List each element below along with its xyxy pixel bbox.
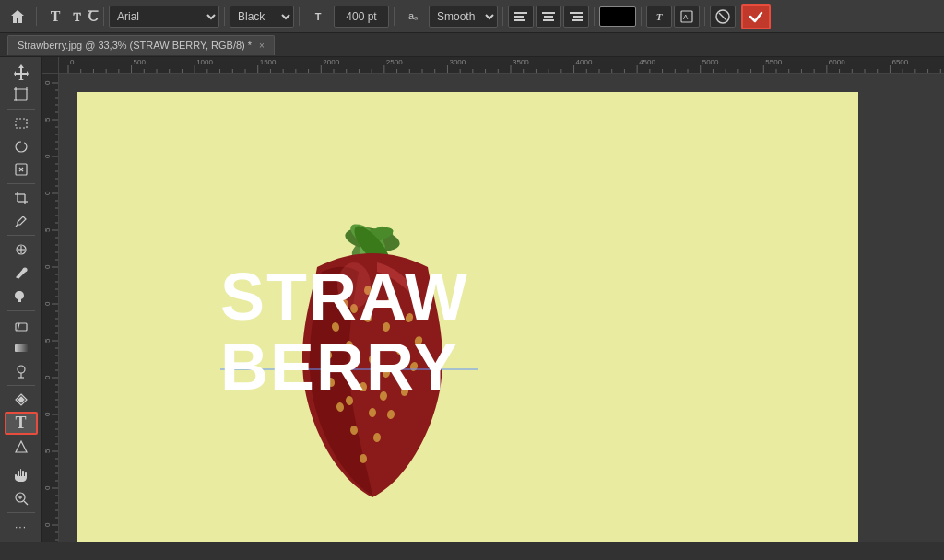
- warp-text-btn[interactable]: T: [646, 6, 672, 28]
- svg-rect-4: [542, 12, 555, 14]
- pen-tool[interactable]: [5, 389, 38, 411]
- dodge-tool[interactable]: [5, 360, 38, 382]
- tab-close-btn[interactable]: ×: [259, 41, 265, 51]
- separator-7: [594, 7, 595, 26]
- more-tools-btn[interactable]: ···: [5, 516, 38, 538]
- svg-rect-6: [543, 19, 554, 21]
- status-bar: [0, 542, 944, 560]
- tool-separator-2: [7, 183, 35, 184]
- font-family-select[interactable]: Arial: [109, 6, 219, 28]
- rectangular-marquee-tool[interactable]: [5, 112, 38, 134]
- svg-rect-1: [514, 12, 527, 14]
- svg-rect-35: [15, 344, 28, 352]
- svg-marker-14: [14, 64, 29, 80]
- gradient-tool[interactable]: [5, 337, 38, 359]
- svg-point-59: [360, 454, 367, 463]
- tool-separator-1: [7, 109, 35, 110]
- align-center-btn[interactable]: [536, 6, 561, 28]
- text-line-2: BERRY: [220, 332, 469, 402]
- artboard-tool[interactable]: [5, 84, 38, 106]
- lasso-tool[interactable]: [5, 135, 38, 158]
- separator-4: [299, 7, 300, 26]
- svg-line-41: [24, 501, 28, 505]
- svg-rect-20: [16, 119, 27, 128]
- main-area: T ···: [0, 57, 944, 542]
- svg-rect-7: [570, 12, 583, 14]
- svg-line-13: [719, 13, 726, 20]
- svg-point-32: [23, 268, 27, 272]
- separator-8: [641, 7, 642, 26]
- tool-separator-7: [7, 512, 35, 513]
- brush-tool[interactable]: [5, 262, 38, 284]
- left-toolbar: T ···: [0, 57, 42, 542]
- tool-separator-4: [7, 310, 35, 311]
- hand-tool[interactable]: [5, 464, 38, 486]
- align-right-btn[interactable]: [563, 6, 589, 28]
- canvas-document: STRAW BERRY: [59, 74, 944, 542]
- separator-1: [36, 7, 37, 26]
- text-line-1: STRAW: [220, 262, 469, 332]
- font-size-icon: T: [304, 3, 332, 30]
- tab-label: Strawberry.jpg @ 33,3% (STRAW BERRY, RGB…: [18, 40, 252, 51]
- document-canvas[interactable]: STRAW BERRY: [77, 92, 858, 542]
- svg-line-34: [18, 323, 19, 331]
- svg-text:𝐓: 𝐓: [73, 10, 81, 24]
- tool-separator-5: [7, 385, 35, 386]
- separator-2: [103, 7, 104, 26]
- eraser-tool[interactable]: [5, 313, 38, 335]
- align-left-btn[interactable]: [508, 6, 534, 28]
- aa-label: aₐ: [399, 3, 427, 30]
- healing-brush-tool[interactable]: [5, 239, 38, 261]
- move-tool[interactable]: [5, 61, 38, 83]
- top-toolbar: T 𝐓 Ꞇ Arial Black T aₐ Smooth T: [0, 0, 944, 33]
- separator-5: [394, 7, 395, 26]
- zoom-tool[interactable]: [5, 487, 38, 509]
- type-tool[interactable]: T: [5, 412, 38, 435]
- svg-rect-5: [544, 16, 553, 18]
- canvas-text[interactable]: STRAW BERRY: [220, 262, 469, 402]
- tool-separator-6: [7, 461, 35, 461]
- svg-text:A: A: [683, 13, 689, 21]
- cancel-btn[interactable]: [710, 6, 736, 28]
- separator-6: [502, 7, 503, 26]
- ruler-horizontal: [59, 57, 944, 74]
- object-selection-tool[interactable]: [5, 158, 38, 181]
- tool-separator-3: [7, 235, 35, 236]
- ruler-corner: [42, 57, 59, 74]
- anti-alias-select[interactable]: Smooth: [429, 6, 498, 28]
- svg-rect-3: [514, 19, 525, 21]
- shape-tool[interactable]: [5, 436, 38, 458]
- commit-btn[interactable]: [741, 4, 771, 29]
- type2-icon[interactable]: 𝐓 Ꞇ: [71, 3, 99, 30]
- svg-rect-2: [514, 16, 524, 18]
- eyedropper-tool[interactable]: [5, 210, 38, 232]
- svg-rect-15: [16, 89, 27, 100]
- font-size-input[interactable]: [334, 6, 389, 28]
- svg-point-36: [18, 366, 25, 373]
- tab-bar: Strawberry.jpg @ 33,3% (STRAW BERRY, RGB…: [0, 33, 944, 57]
- clone-stamp-tool[interactable]: [5, 286, 38, 308]
- home-icon[interactable]: [4, 3, 31, 30]
- status-text: [7, 546, 10, 556]
- crop-tool[interactable]: [5, 187, 38, 209]
- svg-line-28: [16, 225, 18, 227]
- canvas-area: STRAW BERRY: [42, 57, 944, 542]
- separator-9: [704, 7, 705, 26]
- font-color-select[interactable]: Black: [230, 6, 294, 28]
- text-color-swatch[interactable]: [599, 6, 636, 27]
- svg-rect-8: [573, 16, 583, 18]
- svg-rect-9: [572, 19, 583, 21]
- svg-marker-39: [16, 441, 27, 452]
- type-icon[interactable]: T: [41, 3, 69, 30]
- ruler-vertical: [42, 74, 59, 542]
- char-panel-btn[interactable]: A: [674, 6, 700, 28]
- document-tab[interactable]: Strawberry.jpg @ 33,3% (STRAW BERRY, RGB…: [7, 35, 275, 55]
- separator-3: [224, 7, 225, 26]
